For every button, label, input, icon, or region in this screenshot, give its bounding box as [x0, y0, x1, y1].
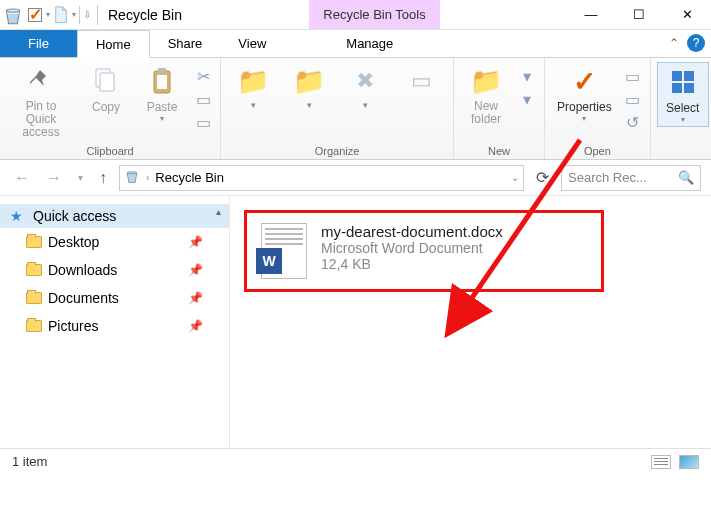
svg-rect-9 [684, 83, 694, 93]
star-icon: ★ [10, 208, 23, 224]
minimize-button[interactable]: — [567, 0, 615, 30]
folder-icon [26, 292, 42, 304]
pin-icon: 📌 [188, 319, 203, 333]
list-item[interactable]: my-dearest-document.docx Microsoft Word … [321, 223, 503, 272]
close-button[interactable]: ✕ [663, 0, 711, 30]
new-folder-label: New folder [466, 100, 506, 126]
ribbon-expand-icon[interactable]: ⌃ [669, 36, 679, 50]
pin-icon: 📌 [188, 263, 203, 277]
copy-path-icon[interactable]: ▭ [192, 89, 214, 109]
navigation-pane: ▴ ★ Quick access Desktop 📌 Downloads 📌 D… [0, 196, 230, 448]
quick-access-toolbar: ✓ ▾ ▾ ⇩ [0, 4, 93, 26]
group-new-label: New [460, 143, 538, 159]
breadcrumb-location[interactable]: Recycle Bin [155, 170, 224, 185]
view-switcher [651, 455, 699, 469]
paste-shortcut-icon[interactable]: ▭ [192, 112, 214, 132]
sidebar-quick-access[interactable]: ★ Quick access [0, 204, 229, 228]
sidebar-item-pictures[interactable]: Pictures 📌 [0, 312, 229, 340]
search-icon[interactable]: 🔍 [678, 170, 694, 185]
quick-access-label: Quick access [33, 208, 116, 224]
window-title: Recycle Bin [102, 7, 182, 23]
select-label: Select [666, 101, 699, 115]
ribbon: Pin to Quick access Copy Paste ▾ ✂ ▭ ▭ C… [0, 58, 711, 160]
rename-button[interactable]: ▭ [395, 62, 447, 102]
pin-label: Pin to Quick access [12, 100, 70, 140]
new-item-icon[interactable]: ▾ [516, 66, 538, 86]
address-bar[interactable]: › Recycle Bin ⌄ [119, 165, 524, 191]
annotated-file-highlight: W my-dearest-document.docx Microsoft Wor… [244, 210, 604, 292]
paste-button[interactable]: Paste ▾ [136, 62, 188, 125]
group-clipboard-label: Clipboard [6, 143, 214, 159]
navigation-bar: ← → ▾ ↑ › Recycle Bin ⌄ ⟳ Search Rec... … [0, 160, 711, 196]
search-placeholder: Search Rec... [568, 170, 647, 185]
edit-icon[interactable]: ▭ [622, 89, 644, 109]
recycle-bin-icon [124, 168, 140, 187]
status-bar: 1 item [0, 448, 711, 474]
open-icon[interactable]: ▭ [622, 66, 644, 86]
sidebar-item-downloads[interactable]: Downloads 📌 [0, 256, 229, 284]
folder-icon [26, 236, 42, 248]
svg-point-10 [127, 172, 137, 174]
tab-manage[interactable]: Manage [328, 30, 411, 57]
properties-button[interactable]: ✓ Properties ▾ [551, 62, 618, 125]
sidebar-item-label: Documents [48, 290, 119, 306]
forward-button[interactable]: → [42, 169, 66, 187]
search-box[interactable]: Search Rec... 🔍 [561, 165, 701, 191]
sidebar-item-documents[interactable]: Documents 📌 [0, 284, 229, 312]
help-icon[interactable]: ? [687, 34, 705, 52]
copy-button[interactable]: Copy [80, 62, 132, 116]
back-button[interactable]: ← [10, 169, 34, 187]
details-view-button[interactable] [651, 455, 671, 469]
ribbon-tabs: File Home Share View Manage ⌃ ? [0, 30, 711, 58]
properties-label: Properties [557, 100, 612, 114]
recent-locations-button[interactable]: ▾ [74, 172, 87, 183]
tab-file[interactable]: File [0, 30, 77, 57]
clipboard-small-buttons: ✂ ▭ ▭ [192, 62, 214, 132]
tab-view[interactable]: View [220, 30, 284, 57]
svg-point-0 [6, 8, 19, 11]
context-tab-label: Recycle Bin Tools [309, 0, 439, 29]
history-icon[interactable]: ↺ [622, 112, 644, 132]
chevron-right-icon[interactable]: › [146, 172, 149, 183]
svg-rect-7 [684, 71, 694, 81]
easy-access-icon[interactable]: ▾ [516, 89, 538, 109]
svg-rect-6 [672, 71, 682, 81]
sidebar-item-desktop[interactable]: Desktop 📌 [0, 228, 229, 256]
file-list-pane[interactable]: W my-dearest-document.docx Microsoft Wor… [230, 196, 711, 448]
svg-rect-8 [672, 83, 682, 93]
recycle-bin-icon[interactable] [2, 4, 24, 26]
maximize-button[interactable]: ☐ [615, 0, 663, 30]
qat-overflow-icon[interactable]: ⇩ [83, 9, 91, 20]
svg-rect-4 [158, 68, 166, 73]
svg-rect-5 [157, 75, 167, 89]
title-bar: ✓ ▾ ▾ ⇩ Recycle Bin Recycle Bin Tools — … [0, 0, 711, 30]
content-area: ▴ ★ Quick access Desktop 📌 Downloads 📌 D… [0, 196, 711, 448]
refresh-button[interactable]: ⟳ [532, 168, 553, 187]
item-count: 1 item [12, 454, 47, 469]
select-button[interactable]: Select ▾ [657, 62, 709, 127]
sidebar-item-label: Downloads [48, 262, 117, 278]
paste-label: Paste [147, 100, 178, 114]
delete-button[interactable]: ✖ [339, 62, 391, 112]
document-icon[interactable] [50, 4, 72, 26]
group-organize-label: Organize [227, 143, 447, 159]
sidebar-item-label: Desktop [48, 234, 99, 250]
pin-to-quick-access-button[interactable]: Pin to Quick access [6, 62, 76, 142]
pin-icon: 📌 [188, 291, 203, 305]
svg-rect-2 [100, 73, 114, 91]
scroll-up-icon[interactable]: ▴ [209, 206, 227, 217]
tab-share[interactable]: Share [150, 30, 221, 57]
file-type: Microsoft Word Document [321, 240, 503, 256]
tab-home[interactable]: Home [77, 30, 150, 58]
up-button[interactable]: ↑ [95, 169, 111, 187]
move-to-button[interactable]: 📁 [227, 62, 279, 112]
new-folder-button[interactable]: 📁 New folder [460, 62, 512, 128]
copy-to-button[interactable]: 📁 [283, 62, 335, 112]
chevron-down-icon[interactable]: ▾ [72, 10, 76, 19]
checkbox-icon[interactable]: ✓ [24, 4, 46, 26]
address-dropdown-icon[interactable]: ⌄ [511, 172, 519, 183]
large-icons-view-button[interactable] [679, 455, 699, 469]
pin-icon: 📌 [188, 235, 203, 249]
word-document-icon: W [261, 223, 307, 279]
cut-icon[interactable]: ✂ [192, 66, 214, 86]
